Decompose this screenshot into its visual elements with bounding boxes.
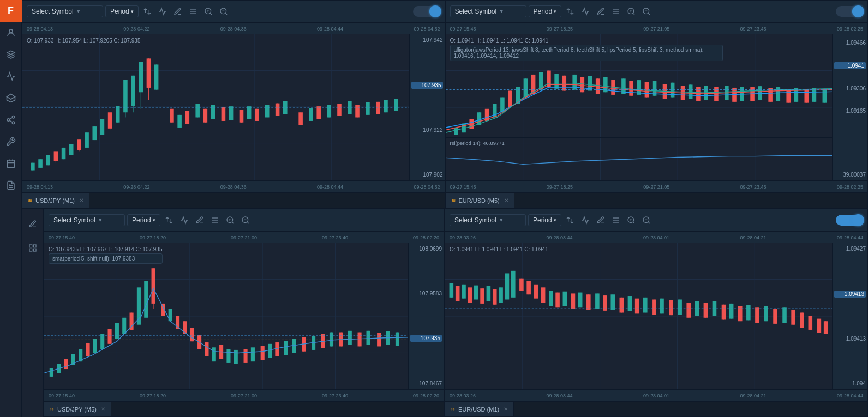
svg-rect-181 (644, 82, 649, 98)
symbol-select-bl[interactable]: Select Symbol ▼ (49, 214, 125, 226)
symbol-select-br[interactable]: Select Symbol ▼ (450, 214, 526, 226)
period-btn-br[interactable]: Period ▾ (528, 214, 561, 226)
svg-rect-309 (284, 341, 288, 355)
chart-tab-br[interactable]: ≋ EUR/USD (M1) ✕ (445, 402, 514, 417)
svg-rect-163 (572, 75, 577, 90)
svg-rect-321 (339, 333, 343, 347)
svg-rect-406 (635, 299, 639, 314)
chart-area-tr[interactable]: O: 1.0941 H: 1.0941 L: 1.0941 C: 1.0941 … (446, 34, 868, 180)
svg-rect-358 (462, 285, 466, 299)
svg-rect-301 (251, 347, 255, 361)
zoom-out-btn-tr[interactable] (640, 5, 653, 18)
sidebar-icon-balance[interactable] (1, 45, 21, 64)
svg-rect-416 (678, 300, 682, 315)
tab-close-br[interactable]: ✕ (504, 406, 508, 412)
zoom-out-btn-br[interactable] (640, 214, 653, 227)
svg-rect-105 (355, 105, 360, 117)
svg-rect-179 (637, 80, 641, 95)
chart-area-tl[interactable]: O: 107.933 H: 107.954 L: 107.9205 C: 107… (22, 34, 445, 180)
svg-rect-434 (755, 307, 759, 323)
zoom-in-btn-br[interactable] (625, 214, 638, 227)
left-tool-grid[interactable] (23, 238, 43, 258)
tab-close-tr[interactable]: ✕ (504, 197, 508, 203)
zoom-in-btn-tr[interactable] (625, 5, 638, 18)
symbol-select-tl[interactable]: Select Symbol ▼ (27, 5, 103, 17)
chart-panel-tl: Select Symbol ▼ Period ▾ (22, 0, 445, 208)
period-btn-tr[interactable]: Period ▾ (529, 5, 562, 17)
svg-rect-207 (758, 86, 762, 100)
period-btn-tl[interactable]: Period ▾ (105, 5, 139, 17)
zoom-in-btn-tl[interactable] (202, 5, 215, 18)
svg-rect-201 (732, 88, 737, 102)
svg-rect-426 (722, 305, 726, 320)
svg-rect-402 (620, 298, 624, 313)
zoom-out-btn-bl[interactable] (239, 214, 252, 227)
swap-btn-br[interactable] (564, 214, 577, 227)
toggle-tl[interactable] (413, 6, 440, 17)
svg-rect-161 (562, 76, 566, 91)
svg-rect-199 (725, 86, 729, 100)
svg-point-2 (12, 116, 15, 119)
svg-rect-225 (29, 245, 32, 247)
svg-rect-153 (531, 75, 535, 94)
tabbar-tr: ≋ EUR/USD (M5) ✕ (446, 192, 868, 208)
line-chart-btn-br[interactable] (579, 214, 592, 227)
indicators-btn-tl[interactable] (187, 5, 200, 18)
svg-rect-77 (222, 107, 226, 121)
toggle-tr[interactable] (836, 6, 863, 17)
zoom-out-btn-tl[interactable] (217, 5, 230, 18)
symbol-select-tr[interactable]: Select Symbol ▼ (450, 5, 526, 17)
chart-area-br[interactable]: O: 1.0941 H: 1.0941 L: 1.0941 C: 1.0941 (445, 243, 867, 389)
svg-rect-147 (508, 91, 512, 107)
line-chart-btn-bl[interactable] (178, 214, 191, 227)
tab-close-tl[interactable]: ✕ (79, 197, 83, 203)
toggle-br[interactable] (836, 215, 863, 226)
svg-rect-145 (500, 98, 505, 113)
line-chart-btn-tr[interactable] (579, 5, 592, 18)
svg-rect-412 (660, 299, 664, 314)
sidebar-icon-chart[interactable] (1, 67, 21, 86)
draw-btn-br[interactable] (594, 214, 607, 227)
ohlc-info-br: O: 1.0941 H: 1.0941 L: 1.0941 C: 1.0941 (450, 246, 548, 253)
svg-rect-331 (386, 331, 390, 345)
zoom-in-btn-bl[interactable] (224, 214, 237, 227)
chart-tab-tl[interactable]: ≋ USD/JPY (M1) ✕ (22, 193, 89, 208)
swap-btn-tl[interactable] (141, 5, 154, 18)
sidebar-icon-calendar[interactable] (1, 154, 21, 173)
indicators-btn-br[interactable] (609, 214, 622, 227)
swap-btn-tr[interactable] (564, 5, 577, 18)
svg-rect-313 (302, 337, 306, 352)
svg-rect-354 (450, 283, 454, 298)
chart-area-bl[interactable]: O: 107.9435 H: 107.967 L: 107.914 C: 107… (44, 243, 444, 389)
svg-rect-247 (50, 368, 53, 377)
period-btn-bl[interactable]: Period ▾ (127, 214, 160, 226)
svg-rect-380 (534, 285, 538, 299)
draw-btn-bl[interactable] (193, 214, 206, 227)
sidebar-icon-news[interactable] (1, 176, 21, 195)
indicators-btn-bl[interactable] (208, 214, 222, 227)
svg-rect-315 (312, 336, 315, 350)
line-chart-btn-tl[interactable] (156, 5, 169, 18)
period-label-tr: Period (534, 8, 553, 15)
bottom-time-labels-tr: 09-27 15:45 09-27 18:25 09-27 21:05 09-2… (446, 184, 868, 190)
tab-close-bl[interactable]: ✕ (101, 406, 105, 412)
draw-btn-tl[interactable] (171, 5, 184, 18)
draw-btn-tr[interactable] (594, 5, 607, 18)
period-label-tl: Period (110, 8, 129, 15)
ohlc-text-br: O: 1.0941 H: 1.0941 L: 1.0941 C: 1.0941 (450, 246, 548, 252)
sidebar-icon-education[interactable] (1, 88, 21, 108)
left-tool-pencil[interactable] (23, 214, 43, 234)
sidebar-icon-tools[interactable] (1, 132, 21, 152)
indicators-btn-tr[interactable] (609, 5, 622, 18)
chart-tab-bl[interactable]: ≋ USD/JPY (M5) ✕ (44, 402, 111, 417)
svg-line-344 (648, 222, 650, 223)
svg-rect-157 (547, 71, 551, 87)
ohlc-text-bl: O: 107.9435 H: 107.967 L: 107.914 C: 107… (49, 246, 163, 252)
swap-btn-bl[interactable] (163, 214, 176, 227)
svg-rect-169 (595, 78, 600, 94)
period-arrow-tl: ▾ (131, 9, 134, 14)
chart-tab-tr[interactable]: ≋ EUR/USD (M5) ✕ (446, 193, 514, 208)
sidebar-icon-user[interactable] (1, 23, 21, 43)
sidebar-icon-connect[interactable] (1, 110, 21, 130)
app-logo[interactable]: F (0, 0, 22, 22)
